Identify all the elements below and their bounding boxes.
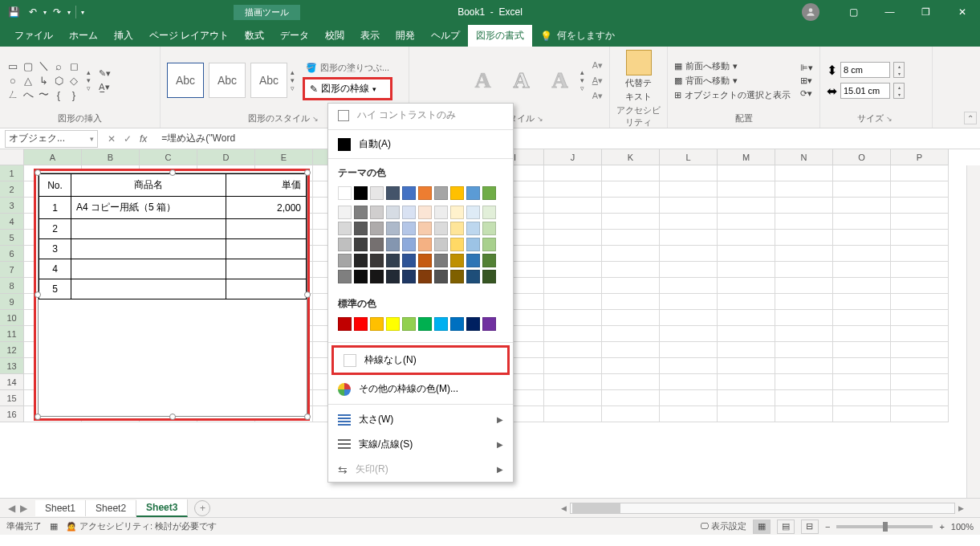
bring-forward-icon: ▦: [674, 61, 682, 71]
tab-review[interactable]: 校閲: [317, 25, 352, 47]
high-contrast-option[interactable]: ハイ コントラストのみ: [328, 104, 513, 127]
zoom-level[interactable]: 100%: [951, 522, 974, 532]
group-button[interactable]: ⊞▾: [800, 75, 813, 86]
bring-forward-button[interactable]: ▦前面へ移動 ▾: [674, 60, 791, 72]
ribbon-display-button[interactable]: ▢: [836, 0, 872, 24]
standard-color-grid[interactable]: [328, 314, 513, 340]
row-headers[interactable]: 12345678910111213141516: [0, 165, 24, 422]
weight-icon: [338, 414, 351, 426]
auto-color-option[interactable]: 自動(A): [328, 132, 513, 156]
group-label: 図形の挿入: [6, 111, 153, 126]
dialog-launcher-icon[interactable]: ↘: [310, 115, 321, 123]
dialog-launcher-icon[interactable]: ↘: [535, 115, 546, 123]
pen-icon: ✎: [310, 84, 318, 95]
send-backward-icon: ▩: [674, 75, 682, 86]
selection-pane-button[interactable]: ⊞オブジェクトの選択と表示: [674, 89, 791, 101]
edit-shape-button[interactable]: ✎▾: [99, 68, 111, 79]
normal-view-button[interactable]: ▦: [753, 520, 771, 534]
zoom-in-button[interactable]: +: [939, 522, 944, 532]
group-size: ⬍▴▾ ⬌▴▾ サイズ ↘: [820, 47, 933, 128]
name-box[interactable]: オブジェク...▾: [5, 130, 98, 148]
shape-style-gallery[interactable]: Abc Abc Abc: [167, 63, 287, 98]
title-text: Book1 - Excel: [457, 6, 523, 18]
save-button[interactable]: 💾: [5, 3, 22, 21]
vertical-scrollbar[interactable]: [966, 165, 980, 498]
shape-outline-button[interactable]: ✎図形の枠線▾: [303, 77, 392, 100]
tab-data[interactable]: データ: [272, 25, 317, 47]
auto-swatch-icon: [338, 138, 351, 151]
width-field[interactable]: ⬌▴▾: [827, 83, 905, 99]
tab-home[interactable]: ホーム: [61, 25, 106, 47]
theme-colors-header: テーマの色: [328, 161, 513, 183]
height-field[interactable]: ⬍▴▾: [827, 62, 905, 78]
paint-bucket-icon: 🪣: [306, 63, 317, 73]
height-icon: ⬍: [827, 63, 837, 78]
text-effects-button[interactable]: A▾: [592, 91, 603, 101]
undo-button[interactable]: ↶: [24, 3, 42, 21]
group-insert-shapes: ▭▢＼⌕◻ ○△↳⬡◇ ㄥへ〜{} ▴▾▿ ✎▾ A̲▾ 図形の挿入: [0, 47, 161, 128]
theme-color-grid[interactable]: [328, 183, 513, 292]
more-colors-option[interactable]: その他の枠線の色(M)...: [328, 377, 513, 401]
redo-button[interactable]: ↷: [48, 3, 66, 21]
zoom-out-button[interactable]: −: [825, 522, 830, 532]
no-outline-option[interactable]: 枠線なし(N): [334, 348, 507, 373]
formula-input[interactable]: =埋め込み("Word: [157, 132, 980, 145]
text-box-button[interactable]: A̲▾: [99, 82, 111, 92]
tab-insert[interactable]: 挿入: [106, 25, 141, 47]
horizontal-scrollbar[interactable]: ◀▶: [210, 503, 980, 514]
tab-shape-format[interactable]: 図形の書式: [468, 25, 532, 47]
tab-page-layout[interactable]: ページ レイアウト: [141, 25, 237, 47]
text-fill-button[interactable]: A▾: [592, 60, 603, 71]
shapes-gallery[interactable]: ▭▢＼⌕◻ ○△↳⬡◇ ㄥへ〜{}: [6, 59, 80, 101]
dashes-submenu[interactable]: 実線/点線(S)▶: [328, 432, 513, 457]
page-layout-view-button[interactable]: ▤: [777, 520, 795, 534]
sheet-tab[interactable]: Sheet2: [86, 500, 136, 516]
cancel-formula-button[interactable]: ✕: [108, 133, 116, 145]
quick-access-toolbar: 💾 ↶▾ ↷▾ ▾: [0, 3, 89, 21]
tab-help[interactable]: ヘルプ: [423, 25, 468, 47]
tab-developer[interactable]: 開発: [388, 25, 423, 47]
zoom-slider[interactable]: [836, 525, 933, 528]
tell-me[interactable]: 💡何をしますか: [532, 25, 623, 47]
arrows-icon: ⇆: [338, 463, 348, 476]
group-accessibility: 代替テキスト アクセシビリティ: [610, 47, 668, 128]
weight-submenu[interactable]: 太さ(W)▶: [328, 407, 513, 432]
close-button[interactable]: ✕: [944, 0, 980, 24]
tab-view[interactable]: 表示: [352, 25, 388, 47]
page-break-view-button[interactable]: ⊟: [801, 520, 819, 534]
restore-button[interactable]: ❐: [908, 0, 944, 24]
arrows-submenu: ⇆矢印(R)▶: [328, 457, 513, 482]
contextual-tool-label: 描画ツール: [234, 5, 300, 20]
accessibility-status[interactable]: 🙍 アクセシビリティ: 検討が必要です: [66, 520, 217, 532]
wordart-gallery[interactable]: A A A: [466, 63, 577, 98]
group-label: アクセシビリティ: [616, 103, 661, 130]
alt-text-button[interactable]: 代替テキスト: [616, 50, 661, 103]
text-outline-button[interactable]: A▾: [592, 75, 603, 86]
no-outline-icon: [344, 354, 356, 367]
selection-pane-icon: ⊞: [674, 90, 681, 100]
collapse-ribbon-button[interactable]: ⌃: [964, 112, 977, 124]
display-settings-button[interactable]: 🖵 表示設定: [700, 520, 746, 532]
add-sheet-button[interactable]: +: [194, 500, 210, 516]
tab-formulas[interactable]: 数式: [237, 25, 272, 47]
svg-point-0: [809, 8, 813, 12]
macro-record-icon[interactable]: ▦: [50, 521, 58, 532]
enter-formula-button[interactable]: ✓: [124, 133, 132, 145]
align-button[interactable]: ⊫▾: [800, 63, 813, 73]
ribbon-tabs: ファイル ホーム 挿入 ページ レイアウト 数式 データ 校閲 表示 開発 ヘル…: [0, 24, 980, 47]
shape-fill-button[interactable]: 🪣図形の塗りつぶ...: [303, 60, 392, 75]
minimize-button[interactable]: —: [872, 0, 908, 24]
embedded-object[interactable]: No.商品名単価 1A4 コピー用紙（5 箱）2,000 2 3 4 5: [34, 169, 310, 421]
insert-function-button[interactable]: fx: [140, 133, 147, 145]
dialog-launcher-icon[interactable]: ↘: [884, 115, 895, 123]
rotate-button[interactable]: ⟳▾: [800, 88, 813, 99]
account-avatar[interactable]: [802, 3, 819, 21]
status-ready: 準備完了: [6, 520, 42, 532]
sheet-nav[interactable]: ◀▶: [0, 503, 35, 514]
sheet-tab[interactable]: Sheet1: [35, 500, 86, 516]
send-backward-button[interactable]: ▩背面へ移動 ▾: [674, 75, 791, 87]
sheet-tab[interactable]: Sheet3: [136, 499, 188, 517]
standard-colors-header: 標準の色: [328, 292, 513, 314]
tab-file[interactable]: ファイル: [6, 25, 61, 47]
group-arrange: ▦前面へ移動 ▾ ▩背面へ移動 ▾ ⊞オブジェクトの選択と表示 ⊫▾ ⊞▾ ⟳▾…: [668, 47, 820, 128]
